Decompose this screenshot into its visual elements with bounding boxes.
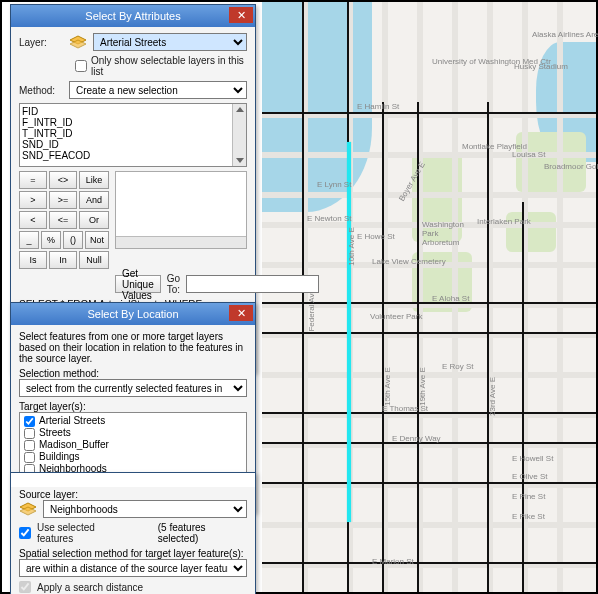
only-selectable-label: Only show selectable layers in this list [91, 55, 247, 77]
map-label: E Aloha St [432, 294, 469, 303]
op-underscore[interactable]: _ [19, 231, 39, 249]
op-eq[interactable]: = [19, 171, 47, 189]
op-and[interactable]: And [79, 191, 109, 209]
op-or[interactable]: Or [79, 211, 109, 229]
map-label: Lake View Cemetery [372, 257, 446, 266]
close-icon[interactable]: ✕ [229, 305, 253, 321]
map-label: Husky Stadium [514, 62, 568, 71]
op-gte[interactable]: >= [49, 191, 77, 209]
map-label: 23rd Ave E [488, 377, 497, 416]
target-layer-item[interactable]: Streets [24, 427, 242, 439]
map-label: E Newton St [307, 214, 351, 223]
layer-select[interactable]: Arterial Streets [93, 33, 247, 51]
map-label: E Hamlin St [357, 102, 399, 111]
map-label: E Roy St [442, 362, 474, 371]
map-label: E Denny Way [392, 434, 441, 443]
field-item[interactable]: SND_ID [22, 139, 244, 150]
dialog-title: Select By Location [11, 308, 255, 320]
layer-label: Layer: [19, 37, 63, 48]
source-layer-label: Source layer: [19, 489, 247, 500]
scrollbar-vertical[interactable] [232, 104, 246, 166]
op-percent[interactable]: % [41, 231, 61, 249]
target-layer-checkbox[interactable] [24, 440, 35, 451]
fields-listbox[interactable]: FID F_INTR_ID T_INTR_ID SND_ID SND_FEACO… [19, 103, 247, 167]
layer-icon [19, 502, 37, 516]
map-label: 10th Ave E [347, 227, 356, 266]
target-layer-item[interactable]: Arterial Streets [24, 415, 242, 427]
map-label: Alaska Airlines Arena [532, 30, 598, 39]
layer-icon [69, 35, 87, 49]
map-label: E Marion St [372, 557, 414, 566]
map-label: E Howe St [357, 232, 395, 241]
target-layer-label: Madison_Buffer [39, 439, 109, 451]
field-item[interactable]: F_INTR_ID [22, 117, 244, 128]
source-layer-select[interactable]: Neighborhoods [43, 500, 247, 518]
map-label: E Pine St [512, 492, 545, 501]
op-neq[interactable]: <> [49, 171, 77, 189]
dialog-titlebar[interactable]: Select By Location ✕ [11, 303, 255, 325]
map-label: E Pike St [512, 512, 545, 521]
selection-method-label: Selection method: [19, 368, 247, 379]
intro-text: Select features from one or more target … [19, 331, 247, 364]
op-lte[interactable]: <= [49, 211, 77, 229]
target-layer-label: Streets [39, 427, 71, 439]
map-label: Interlaken Park [477, 217, 531, 226]
map-label: 19th Ave E [418, 367, 427, 406]
select-by-location-dialog-bottom: Source layer: Neighborhoods Use selected… [10, 472, 256, 594]
target-layers-label: Target layer(s): [19, 401, 247, 412]
target-layer-item[interactable]: Madison_Buffer [24, 439, 242, 451]
dialog-title: Select By Attributes [11, 10, 255, 22]
unique-values-listbox[interactable] [115, 171, 247, 249]
op-in[interactable]: In [49, 251, 77, 269]
op-null[interactable]: Null [79, 251, 109, 269]
spatial-method-label: Spatial selection method for target laye… [19, 548, 247, 559]
only-selectable-checkbox[interactable] [75, 60, 87, 72]
field-item[interactable]: T_INTR_ID [22, 128, 244, 139]
target-layer-label: Buildings [39, 451, 80, 463]
op-parens[interactable]: () [63, 231, 83, 249]
method-select[interactable]: Create a new selection [69, 81, 247, 99]
apply-distance-checkbox [19, 581, 31, 593]
selection-method-select[interactable]: select from the currently selected featu… [19, 379, 247, 397]
go-to-input[interactable] [186, 275, 319, 293]
map-label: Washington Park Arboretum [422, 220, 472, 247]
op-gt[interactable]: > [19, 191, 47, 209]
map-label: E Olive St [512, 472, 548, 481]
target-layer-label: Arterial Streets [39, 415, 105, 427]
torn-edge [11, 473, 255, 487]
method-label: Method: [19, 85, 63, 96]
target-layer-checkbox[interactable] [24, 428, 35, 439]
scrollbar-horizontal[interactable] [116, 236, 246, 248]
map-label: 15th Ave E [383, 367, 392, 406]
map-label: Volunteer Park [370, 312, 422, 321]
map-label: E Lynn St [317, 180, 351, 189]
target-layer-item[interactable]: Buildings [24, 451, 242, 463]
spatial-method-select[interactable]: are within a distance of the source laye… [19, 559, 247, 577]
target-layer-checkbox[interactable] [24, 452, 35, 463]
field-item[interactable]: SND_FEACOD [22, 150, 244, 161]
op-not[interactable]: Not [85, 231, 109, 249]
map-label: Broadmoor Golf Club [544, 162, 598, 171]
target-layer-checkbox[interactable] [24, 416, 35, 427]
map-canvas[interactable]: University of Washington Med Ctr Husky S… [262, 2, 596, 592]
use-selected-features-checkbox[interactable] [19, 527, 31, 539]
selected-count-text: (5 features selected) [158, 522, 247, 544]
field-item[interactable]: FID [22, 106, 244, 117]
selected-feature-highlight [347, 142, 351, 522]
op-is[interactable]: Is [19, 251, 47, 269]
apply-distance-label: Apply a search distance [37, 582, 143, 593]
use-selected-features-label: Use selected features [37, 522, 132, 544]
op-like[interactable]: Like [79, 171, 109, 189]
close-icon[interactable]: ✕ [229, 7, 253, 23]
get-unique-values-button[interactable]: Get Unique Values [115, 275, 161, 293]
dialog-titlebar[interactable]: Select By Attributes ✕ [11, 5, 255, 27]
map-label: Louisa St [512, 150, 545, 159]
op-lt[interactable]: < [19, 211, 47, 229]
go-to-label: Go To: [167, 273, 180, 295]
map-label: E Howell St [512, 454, 553, 463]
